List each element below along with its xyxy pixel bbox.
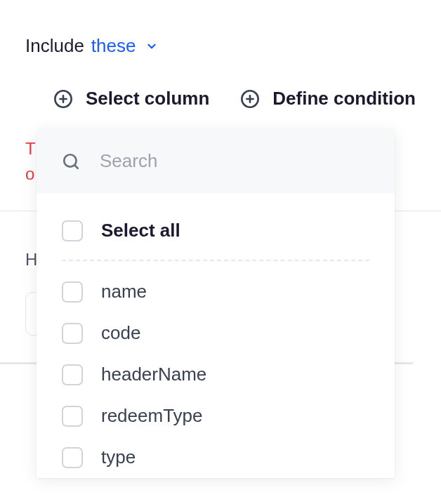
option-row[interactable]: name bbox=[62, 271, 369, 312]
option-checkbox[interactable] bbox=[62, 281, 83, 303]
error-line1: T bbox=[25, 136, 36, 161]
search-section bbox=[37, 129, 395, 193]
column-search-dropdown: Select all name code headerName redeemTy… bbox=[37, 129, 395, 478]
option-label: name bbox=[101, 281, 147, 303]
option-row[interactable]: redeemType bbox=[62, 395, 369, 437]
search-input[interactable] bbox=[100, 150, 369, 172]
option-label: headerName bbox=[101, 364, 206, 385]
option-row[interactable]: code bbox=[62, 312, 369, 354]
select-all-label: Select all bbox=[101, 220, 180, 241]
actions-row: Select column Define condition bbox=[0, 57, 441, 110]
section-label: H bbox=[25, 250, 37, 270]
error-line2: o bbox=[25, 161, 36, 187]
search-icon bbox=[62, 152, 80, 171]
select-column-button[interactable]: Select column bbox=[53, 88, 209, 110]
select-all-row[interactable]: Select all bbox=[62, 210, 369, 251]
dashed-divider bbox=[62, 260, 369, 261]
select-column-label: Select column bbox=[86, 88, 209, 110]
chevron-down-icon bbox=[145, 40, 158, 53]
option-checkbox[interactable] bbox=[62, 447, 83, 468]
option-label: type bbox=[101, 446, 136, 468]
error-text: T o bbox=[25, 136, 36, 187]
option-label: redeemType bbox=[101, 405, 203, 427]
define-condition-label: Define condition bbox=[272, 88, 416, 110]
define-condition-button[interactable]: Define condition bbox=[240, 88, 416, 110]
option-label: code bbox=[101, 322, 140, 344]
include-mode-value: these bbox=[91, 35, 136, 57]
filter-header: Include these bbox=[0, 0, 441, 57]
select-all-checkbox[interactable] bbox=[62, 220, 83, 241]
option-checkbox[interactable] bbox=[62, 406, 83, 427]
option-row[interactable]: type bbox=[62, 437, 369, 478]
options-section: Select all name code headerName redeemTy… bbox=[37, 193, 395, 478]
plus-circle-icon bbox=[240, 89, 260, 109]
plus-circle-icon bbox=[53, 89, 73, 109]
option-row[interactable]: headerName bbox=[62, 354, 369, 395]
include-mode-dropdown[interactable]: these bbox=[91, 35, 159, 57]
include-label: Include bbox=[25, 35, 84, 57]
option-checkbox[interactable] bbox=[62, 364, 83, 385]
option-checkbox[interactable] bbox=[62, 323, 83, 344]
svg-line-7 bbox=[74, 165, 78, 168]
